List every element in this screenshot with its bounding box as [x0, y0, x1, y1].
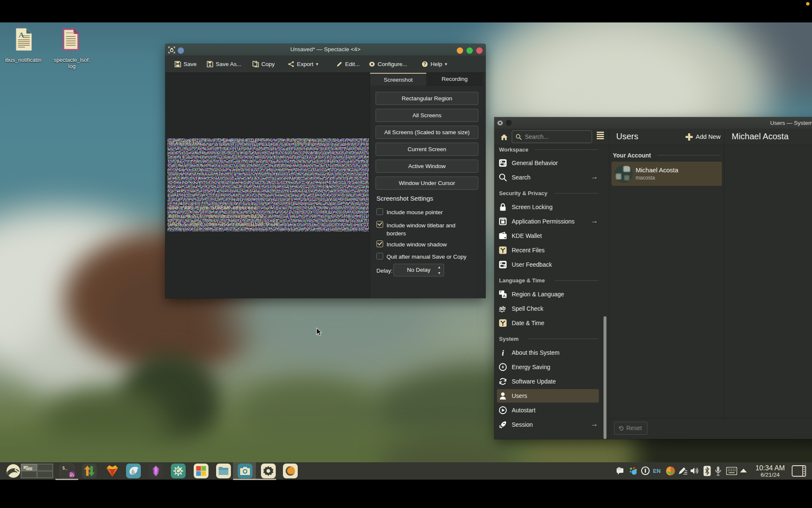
svg-text:tpu 0 0 t i: tpu 0 0 t i: [294, 141, 319, 145]
svg-text:010 u 0 oll /dev/dri/render: 010 u 0 oll /dev/dri/renderD128: [169, 214, 263, 220]
svg-text:ab: ab: [499, 305, 505, 311]
svg-text:A: A: [503, 294, 506, 298]
svg-text:0t0 /43S type STREAM ofer: 0t0 /43S type STREAM oferrera: [169, 205, 257, 211]
svg-text:?: ?: [423, 62, 426, 66]
svg-text:1010 s 0648 /dev/dri/render: 1010 s 0648 /dev/dri/renderD128 9 28: [169, 221, 278, 227]
svg-text:i: i: [502, 348, 504, 357]
svg-text:orkstation: orkstation: [169, 140, 202, 146]
svg-text:an 06 atl 7-sta: an 06 atl 7-sta: [222, 140, 257, 144]
